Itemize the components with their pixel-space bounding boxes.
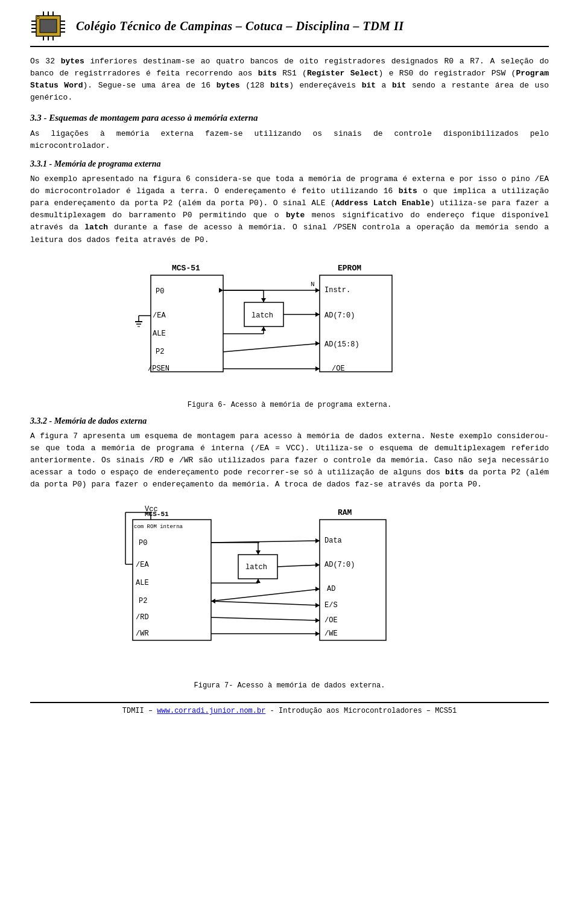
figure-7-container: Vcc MCS-51 com ROM interna P0 /EA ALE P2… xyxy=(30,502,549,690)
paragraph-1: Os 32 bytes inferiores destinam-se ao qu… xyxy=(30,56,549,104)
svg-marker-87 xyxy=(256,579,261,583)
svg-text:P0: P0 xyxy=(156,287,164,296)
paragraph-4: A figura 7 apresenta um esquema de monta… xyxy=(30,430,549,491)
svg-text:AD: AD xyxy=(327,585,335,593)
page-header: Colégio Técnico de Campinas – Cotuca – D… xyxy=(30,11,549,47)
svg-text:/PSEN: /PSEN xyxy=(148,365,169,373)
svg-line-43 xyxy=(223,343,320,352)
paragraph-3: No exemplo apresentado na figura 6 consi… xyxy=(30,173,549,246)
svg-marker-44 xyxy=(315,341,320,346)
svg-text:com ROM interna: com ROM interna xyxy=(134,524,183,530)
svg-text:/WR: /WR xyxy=(136,629,149,638)
svg-text:/OE: /OE xyxy=(332,365,345,373)
svg-marker-42 xyxy=(261,327,266,331)
svg-marker-91 xyxy=(315,603,320,608)
svg-line-90 xyxy=(211,601,320,605)
svg-text:N: N xyxy=(311,281,315,288)
svg-marker-92 xyxy=(211,599,215,604)
header-title: Colégio Técnico de Campinas – Cotuca – D… xyxy=(76,19,403,33)
svg-line-93 xyxy=(211,617,320,620)
svg-text:AD(15:8): AD(15:8) xyxy=(324,340,359,349)
svg-text:E/S: E/S xyxy=(324,601,338,610)
svg-marker-96 xyxy=(315,631,320,636)
svg-text:AD(7:0): AD(7:0) xyxy=(324,561,355,569)
figure-6-container: MCS-51 P0 /EA ALE P2 /PSEN EPROM Instr. … xyxy=(30,257,549,409)
figure-6-caption: Figura 6- Acesso à memória de programa e… xyxy=(188,401,391,409)
svg-point-16 xyxy=(37,16,39,19)
svg-text:EPROM: EPROM xyxy=(338,264,361,273)
svg-line-81 xyxy=(211,541,320,543)
figure-7-caption: Figura 7- Acesso à memória de dados exte… xyxy=(194,681,385,690)
svg-text:MCS-51: MCS-51 xyxy=(172,264,200,273)
footer-link[interactable]: www.corradi.junior.nom.br xyxy=(157,707,265,715)
svg-text:latch: latch xyxy=(245,563,267,572)
svg-marker-94 xyxy=(315,618,320,623)
svg-marker-34 xyxy=(261,298,266,302)
section-332-heading: 3.3.2 - Memória de dados externa xyxy=(30,416,549,426)
svg-marker-89 xyxy=(315,587,320,591)
page-footer: TDMII – www.corradi.junior.nom.br - Intr… xyxy=(30,702,549,715)
svg-marker-53 xyxy=(219,288,223,293)
svg-text:/WE: /WE xyxy=(324,629,338,638)
page: Colégio Técnico de Campinas – Cotuca – D… xyxy=(0,0,579,924)
svg-line-83 xyxy=(277,565,320,567)
svg-text:/EA: /EA xyxy=(153,311,166,320)
svg-text:ALE: ALE xyxy=(153,330,166,338)
paragraph-2: As ligações à memória externa fazem-se u… xyxy=(30,128,549,152)
svg-marker-84 xyxy=(315,562,320,567)
section-331-heading: 3.3.1 - Memória de programa externa xyxy=(30,159,549,169)
section-33-heading: 3.3 - Esquemas de montagem para acesso à… xyxy=(30,113,549,123)
svg-text:AD(7:0): AD(7:0) xyxy=(324,311,355,320)
svg-marker-82 xyxy=(315,538,320,543)
svg-text:latch: latch xyxy=(252,311,273,320)
footer-text-suffix: - Introdução aos Microcontroladores – MC… xyxy=(265,707,457,715)
svg-text:P2: P2 xyxy=(139,597,147,605)
logo-icon xyxy=(30,11,66,41)
svg-marker-37 xyxy=(315,288,320,293)
svg-marker-46 xyxy=(315,366,320,371)
svg-text:Data: Data xyxy=(324,537,342,545)
svg-text:P2: P2 xyxy=(156,348,164,356)
svg-rect-1 xyxy=(40,19,57,33)
svg-line-88 xyxy=(211,589,320,601)
svg-text:MCS-51: MCS-51 xyxy=(145,511,169,518)
footer-text-prefix: TDMII – xyxy=(122,707,157,715)
svg-text:/RD: /RD xyxy=(136,613,149,622)
svg-text:RAM: RAM xyxy=(338,508,352,517)
figure-6-diagram: MCS-51 P0 /EA ALE P2 /PSEN EPROM Instr. … xyxy=(133,257,446,396)
svg-text:P0: P0 xyxy=(139,539,147,547)
figure-7-diagram: Vcc MCS-51 com ROM interna P0 /EA ALE P2… xyxy=(121,502,458,677)
svg-text:/OE: /OE xyxy=(324,616,338,625)
svg-marker-39 xyxy=(315,312,320,317)
svg-text:ALE: ALE xyxy=(136,579,149,587)
svg-marker-80 xyxy=(256,550,261,555)
svg-text:/EA: /EA xyxy=(136,561,149,569)
svg-text:Instr.: Instr. xyxy=(324,286,350,295)
